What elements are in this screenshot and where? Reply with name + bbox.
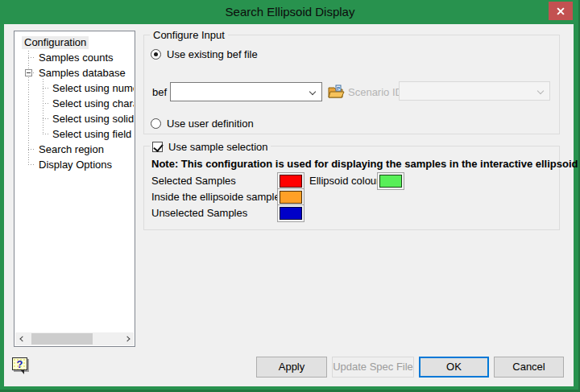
radio-use-user-definition-label: Use user definition xyxy=(167,118,254,130)
color-swatch xyxy=(379,175,402,188)
browse-folder-button[interactable]: P xyxy=(327,83,345,101)
radio-use-existing-bef[interactable]: Use existing bef file xyxy=(151,48,258,60)
note-text: Note: This configuration is used for dis… xyxy=(151,158,578,170)
use-sample-selection-label: Use sample selection xyxy=(168,141,268,153)
cancel-button[interactable]: Cancel xyxy=(494,357,564,378)
checkbox-checked-icon xyxy=(152,142,163,152)
scroll-right-arrow-icon[interactable] xyxy=(122,332,134,345)
collapse-minus-icon[interactable] xyxy=(25,69,32,76)
color-swatch xyxy=(280,191,302,204)
window-title: Search Ellipsoid Display xyxy=(0,5,580,19)
scrollbar-thumb[interactable] xyxy=(31,333,93,345)
inside-ellipsoid-samples-label: Inside the ellipsoide samples xyxy=(151,191,285,203)
config-tree: Configuration Samples counts Samples dat… xyxy=(15,32,134,332)
svg-text:P: P xyxy=(337,86,340,91)
scenario-id-combobox xyxy=(399,81,550,101)
title-bar: Search Ellipsoid Display xyxy=(0,0,580,24)
radio-button-icon xyxy=(151,118,161,129)
tree-item-select-solid[interactable]: Select using solid tr xyxy=(15,111,134,126)
config-tree-panel: Configuration Samples counts Samples dat… xyxy=(14,31,135,347)
help-button[interactable]: ? xyxy=(12,357,27,370)
scroll-left-arrow-icon[interactable] xyxy=(15,332,27,345)
tree-horizontal-scrollbar[interactable] xyxy=(15,332,134,345)
tree-item-select-field[interactable]: Select using field re xyxy=(15,126,134,142)
chevron-down-icon xyxy=(309,89,316,95)
radio-use-user-definition[interactable]: Use user definition xyxy=(151,118,254,130)
radio-button-icon xyxy=(151,49,161,60)
unselected-samples-color-button[interactable] xyxy=(277,204,304,222)
radio-use-existing-bef-label: Use existing bef file xyxy=(167,48,258,60)
apply-button[interactable]: Apply xyxy=(256,357,327,378)
tree-item-display-options[interactable]: Display Options xyxy=(15,157,134,172)
bef-label: bef xyxy=(152,86,167,98)
color-swatch xyxy=(280,175,302,188)
selected-samples-label: Selected Samples xyxy=(151,175,236,187)
configure-input-group: Configure Input Use existing bef file be… xyxy=(143,35,560,134)
tree-item-samples-counts[interactable]: Samples counts xyxy=(15,50,134,65)
tree-item-select-numeric[interactable]: Select using numeri xyxy=(15,80,134,96)
unselected-samples-label: Unselected Samples xyxy=(151,207,247,219)
sample-selection-group: Use sample selection Note: This configur… xyxy=(143,146,560,230)
chevron-down-icon xyxy=(537,88,544,94)
tree-item-configuration[interactable]: Configuration xyxy=(15,35,134,50)
folder-open-icon: P xyxy=(327,83,345,101)
selected-samples-color-button[interactable] xyxy=(277,172,304,190)
bef-combobox[interactable] xyxy=(170,82,322,101)
ok-button[interactable]: OK xyxy=(419,357,489,378)
inside-ellipsoid-color-button[interactable] xyxy=(277,188,304,206)
use-sample-selection-checkbox[interactable]: Use sample selection xyxy=(150,141,271,153)
dialog-window: Search Ellipsoid Display Configuration S… xyxy=(0,0,580,392)
color-swatch xyxy=(280,207,302,220)
question-mark-icon: ? xyxy=(13,358,27,370)
ellipsoid-colour-label: Ellipsoid colour xyxy=(309,175,379,187)
configure-input-title: Configure Input xyxy=(150,29,228,41)
close-button[interactable] xyxy=(549,2,573,20)
dialog-client-area: Configuration Samples counts Samples dat… xyxy=(4,24,574,386)
update-spec-file-button: Update Spec File xyxy=(332,357,414,378)
tree-item-samples-database[interactable]: Samples database xyxy=(15,65,134,80)
tree-item-search-region[interactable]: Search region xyxy=(15,142,134,157)
ellipsoid-colour-button[interactable] xyxy=(377,172,404,190)
scenario-id-label: Scenario ID xyxy=(348,86,403,98)
tree-item-select-character[interactable]: Select using charact xyxy=(15,96,134,111)
